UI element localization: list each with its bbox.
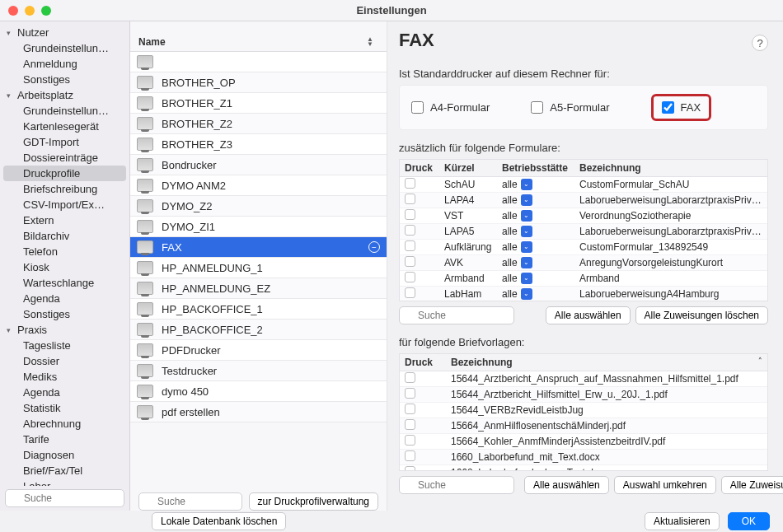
default-printer-checkbox[interactable]: A4-Formular (411, 101, 490, 114)
forms-table-body[interactable]: SchAUalle⌄CustomFormular_SchAULAPA4alle⌄… (400, 177, 767, 301)
default-printer-checkbox[interactable]: A5-Formular (531, 101, 609, 114)
sidebar-item[interactable]: Statistik (0, 400, 129, 416)
minimize-window-button[interactable] (25, 6, 35, 16)
sidebar-item[interactable]: Mediks (0, 369, 129, 385)
sidebar-item[interactable]: Agenda (0, 385, 129, 400)
sidebar-item[interactable]: Brief/Fax/Tel (0, 463, 129, 478)
printer-row[interactable]: pdf erstellen (130, 402, 387, 422)
sidebar-search-input[interactable] (5, 489, 124, 507)
row-checkbox[interactable] (405, 256, 415, 267)
sidebar-item[interactable]: Diagnosen (0, 447, 129, 463)
manage-print-profiles-button[interactable]: zur Druckprofilverwaltung (249, 492, 378, 511)
popup-indicator-icon[interactable]: ⌄ (521, 194, 532, 206)
row-checkbox[interactable] (405, 372, 415, 383)
forms-row[interactable]: SchAUalle⌄CustomFormular_SchAU (400, 177, 767, 193)
letters-search-input[interactable] (399, 476, 514, 494)
sidebar-item[interactable]: Sonstiges (0, 72, 129, 87)
sidebar-item[interactable]: Agenda (0, 291, 129, 306)
sidebar-item[interactable]: Druckprofile (3, 166, 126, 181)
letters-row[interactable]: 1660_Laborbefund_ohne_Text.docx (400, 465, 767, 470)
row-checkbox[interactable] (405, 419, 415, 430)
letters-invert-selection-button[interactable]: Auswahl umkehren (614, 476, 716, 494)
letters-col-druck[interactable]: Druck (405, 357, 451, 368)
sidebar-item[interactable]: Telefon (0, 244, 129, 259)
sidebar-item[interactable]: Dossier (0, 353, 129, 369)
printer-row[interactable]: BROTHER_Z1 (130, 93, 387, 114)
refresh-button[interactable]: Aktualisieren (645, 512, 720, 530)
popup-indicator-icon[interactable]: ⌄ (521, 273, 532, 284)
letters-col-bezeichnung[interactable]: Bezeichnung (451, 357, 753, 368)
delete-local-db-button[interactable]: Lokale Datenbank löschen (152, 512, 286, 530)
printer-row[interactable]: DYMO_Z2 (130, 196, 387, 217)
forms-col-kuerzel[interactable]: Kürzel (444, 162, 502, 174)
sidebar-item[interactable]: Dossiereinträge (0, 150, 129, 166)
help-button[interactable]: ? (752, 35, 768, 51)
sidebar-item[interactable]: Kiosk (0, 259, 129, 275)
popup-indicator-icon[interactable]: ⌄ (521, 210, 532, 222)
row-checkbox[interactable] (405, 287, 415, 298)
sidebar-item[interactable]: CSV-Import/Ex… (0, 197, 129, 212)
printer-list-header[interactable]: Name ▲▼ (130, 33, 387, 52)
letters-row[interactable]: 15644_Arztbericht_Hilfsmittel_Erw_u._20J… (400, 387, 767, 403)
sidebar-group-label[interactable]: Arbeitsplatz (17, 89, 73, 101)
forms-search-input[interactable] (399, 306, 514, 324)
forms-col-bezeichnung[interactable]: Bezeichnung (579, 162, 762, 174)
letters-row[interactable]: 15644_VERBzRevidLeistbJug (400, 403, 767, 418)
sidebar-item[interactable]: Abrechnung (0, 416, 129, 432)
row-checkbox[interactable] (405, 272, 415, 282)
sidebar-group-label[interactable]: Praxis (17, 324, 47, 336)
sidebar-item[interactable]: GDT-Import (0, 134, 129, 150)
printer-row[interactable]: BROTHER_Z2 (130, 114, 387, 134)
forms-col-druck[interactable]: Druck (405, 162, 444, 174)
printer-row[interactable]: HP_BACKOFFICE_1 (130, 299, 387, 320)
forms-row[interactable]: LAPA4alle⌄LaborueberweisungLaborarztprax… (400, 193, 767, 208)
printer-row[interactable]: FAX− (130, 237, 387, 258)
printer-row[interactable]: HP_ANMELDUNG_1 (130, 258, 387, 278)
row-checkbox[interactable] (405, 225, 415, 236)
sidebar-group-label[interactable]: Nutzer (17, 26, 49, 39)
close-window-button[interactable] (8, 6, 18, 16)
popup-indicator-icon[interactable]: ⌄ (521, 288, 532, 300)
sidebar-item[interactable]: Tarife (0, 432, 129, 447)
forms-row[interactable]: AVKalle⌄AnregungVorsorgeleistungKurort (400, 255, 767, 271)
row-checkbox[interactable] (405, 209, 415, 220)
printer-row[interactable]: BROTHER_OP (130, 72, 387, 93)
sidebar-item[interactable]: Labor (0, 478, 129, 486)
sidebar-item[interactable]: Grundeinstellun… (0, 103, 129, 119)
forms-row[interactable]: LAPA5alle⌄LaborueberweisungLaborarztprax… (400, 224, 767, 240)
sidebar-item[interactable]: Extern (0, 212, 129, 228)
letters-row[interactable]: 15664_Kohler_AnmfMinderjAssistenzbeitrdI… (400, 434, 767, 450)
sidebar-item[interactable]: Tagesliste (0, 338, 129, 353)
sidebar-item[interactable]: Grundeinstellun… (0, 40, 129, 56)
popup-indicator-icon[interactable]: ⌄ (521, 179, 532, 190)
printer-row[interactable]: BROTHER_Z3 (130, 134, 387, 155)
forms-row[interactable]: Armbandalle⌄Armband (400, 271, 767, 287)
letters-table-body[interactable]: 15644_Arztbericht_Anspruch_auf_Massnahme… (400, 371, 767, 470)
forms-row[interactable]: VSTalle⌄VerordnungSoziotherapie (400, 208, 767, 224)
chevron-down-icon[interactable]: ▾ (7, 29, 15, 37)
checkbox-input[interactable] (531, 101, 543, 114)
checkbox-input[interactable] (411, 101, 424, 114)
chevron-down-icon[interactable]: ▾ (7, 91, 15, 100)
letters-delete-all-button[interactable]: Alle Zuweisungen löschen (721, 476, 783, 494)
printer-row[interactable]: PDFDrucker (130, 340, 387, 361)
row-checkbox[interactable] (405, 450, 415, 461)
sidebar-item[interactable]: Sonstiges (0, 306, 129, 322)
row-checkbox[interactable] (405, 388, 415, 399)
printer-row[interactable]: HP_BACKOFFICE_2 (130, 320, 387, 340)
remove-indicator-icon[interactable]: − (368, 241, 380, 253)
chevron-down-icon[interactable]: ▾ (7, 326, 15, 334)
sidebar-item[interactable]: Warteschlange (0, 275, 129, 291)
forms-select-all-button[interactable]: Alle auswählen (546, 306, 631, 324)
row-checkbox[interactable] (405, 194, 415, 204)
sidebar-item[interactable]: Bildarchiv (0, 228, 129, 244)
row-checkbox[interactable] (405, 240, 415, 251)
row-checkbox[interactable] (405, 178, 415, 189)
printer-row[interactable]: Bondrucker (130, 155, 387, 175)
popup-indicator-icon[interactable]: ⌄ (521, 257, 532, 268)
printer-row[interactable] (130, 52, 387, 72)
popup-indicator-icon[interactable]: ⌄ (521, 226, 532, 237)
letters-row[interactable]: 15644_Arztbericht_Anspruch_auf_Massnahme… (400, 371, 767, 387)
sidebar-item[interactable]: Kartenlesegerät (0, 119, 129, 134)
printer-row[interactable]: HP_ANMELDUNG_EZ (130, 278, 387, 299)
